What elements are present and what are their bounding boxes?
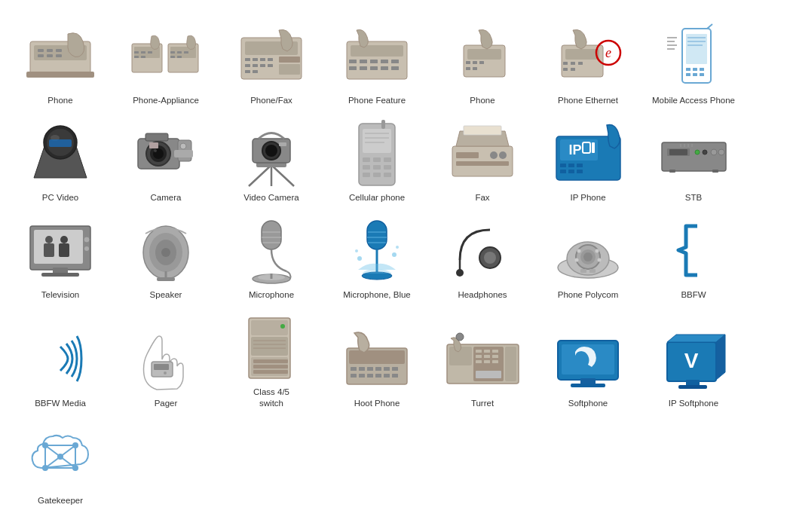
item-video-camera[interactable]: Video Camera xyxy=(219,112,324,209)
svg-rect-221 xyxy=(359,374,365,378)
item-phone2[interactable]: Phone xyxy=(430,15,535,112)
item-bbfw-media[interactable]: BBFW Media xyxy=(8,307,113,415)
label-camera: Camera xyxy=(151,192,182,203)
item-gatekeeper[interactable]: Gatekeeper xyxy=(8,415,113,512)
svg-rect-223 xyxy=(375,374,381,378)
svg-rect-234 xyxy=(492,355,498,358)
item-ip-phone[interactable]: IP IP Phone xyxy=(535,112,641,209)
svg-rect-18 xyxy=(170,51,175,54)
item-fax[interactable]: Fax xyxy=(430,112,535,209)
svg-rect-136 xyxy=(577,170,583,173)
svg-text:V: V xyxy=(684,349,699,372)
item-microphone[interactable]: Microphone xyxy=(219,209,324,307)
item-phone-fax[interactable]: Phone/Fax xyxy=(219,15,324,112)
svg-point-140 xyxy=(695,150,700,154)
svg-point-90 xyxy=(154,149,157,152)
svg-rect-210 xyxy=(253,370,288,374)
svg-rect-75 xyxy=(693,68,697,71)
icon-cellular-phone xyxy=(339,120,415,188)
svg-rect-42 xyxy=(381,60,388,63)
svg-rect-54 xyxy=(466,67,470,70)
svg-point-258 xyxy=(57,454,63,460)
svg-point-256 xyxy=(42,465,48,471)
item-phone-polycom[interactable]: Phone Polycom xyxy=(535,209,641,307)
label-pager: Pager xyxy=(155,398,178,409)
svg-point-254 xyxy=(42,442,48,448)
svg-rect-46 xyxy=(370,66,378,70)
icon-mobile-access-phone xyxy=(656,23,731,90)
item-phone-appliance[interactable]: Phone-Appliance xyxy=(113,15,219,112)
svg-point-255 xyxy=(72,442,78,448)
svg-rect-44 xyxy=(349,66,357,70)
label-phone-ethernet: Phone Ethernet xyxy=(558,95,618,106)
svg-point-180 xyxy=(392,252,397,257)
svg-rect-122 xyxy=(456,152,479,158)
item-phone-feature[interactable]: Phone Feature xyxy=(324,15,430,112)
item-phone-ethernet[interactable]: e Phone Ethernet xyxy=(535,15,641,112)
icon-camera xyxy=(128,120,204,188)
svg-rect-231 xyxy=(492,350,498,353)
svg-point-163 xyxy=(161,248,170,257)
svg-point-102 xyxy=(265,145,277,157)
svg-rect-220 xyxy=(351,374,357,378)
svg-point-152 xyxy=(45,236,53,243)
item-pager[interactable]: Pager xyxy=(113,307,219,415)
svg-rect-215 xyxy=(359,367,365,371)
svg-rect-94 xyxy=(149,142,158,148)
icon-pc-video xyxy=(23,120,98,188)
svg-rect-7 xyxy=(56,54,62,57)
item-mobile-access-phone[interactable]: Mobile Access Phone xyxy=(641,15,746,112)
svg-rect-55 xyxy=(473,67,477,70)
item-class-switch[interactable]: Class 4/5 switch xyxy=(219,307,324,415)
svg-rect-38 xyxy=(351,45,403,57)
svg-rect-155 xyxy=(59,243,69,257)
icon-microphone-blue xyxy=(339,217,415,285)
item-stb[interactable]: STB xyxy=(641,112,746,209)
svg-rect-47 xyxy=(381,66,388,70)
label-phone2: Phone xyxy=(470,95,495,106)
svg-rect-30 xyxy=(253,64,258,67)
svg-rect-209 xyxy=(253,365,288,368)
svg-rect-118 xyxy=(384,173,391,177)
svg-rect-26 xyxy=(253,58,258,61)
svg-rect-132 xyxy=(568,164,574,167)
item-camera[interactable]: Camera xyxy=(113,112,219,209)
svg-rect-208 xyxy=(253,359,288,363)
icon-phone-ethernet: e xyxy=(550,23,626,90)
item-headphones[interactable]: Headphones xyxy=(430,209,535,307)
svg-rect-244 xyxy=(571,384,605,387)
svg-rect-158 xyxy=(53,268,68,274)
svg-point-191 xyxy=(583,252,592,261)
item-softphone[interactable]: Softphone xyxy=(535,307,641,415)
svg-line-96 xyxy=(249,165,271,186)
svg-rect-3 xyxy=(47,49,53,52)
label-softphone: Softphone xyxy=(568,398,608,409)
svg-point-240 xyxy=(456,333,464,341)
item-pc-video[interactable]: PC Video xyxy=(8,112,113,209)
svg-rect-222 xyxy=(367,374,373,378)
svg-rect-21 xyxy=(170,56,175,58)
item-speaker[interactable]: Speaker xyxy=(113,209,219,307)
icon-bbfw-media xyxy=(23,326,98,393)
icon-microphone xyxy=(234,217,309,285)
item-turret[interactable]: Turret xyxy=(430,307,535,415)
item-bbfw[interactable]: BBFW xyxy=(641,209,746,307)
svg-rect-62 xyxy=(571,68,575,71)
item-cellular-phone[interactable]: Cellular phone xyxy=(324,112,430,209)
svg-rect-243 xyxy=(580,378,596,384)
label-microphone-blue: Microphone, Blue xyxy=(343,289,411,301)
label-gatekeeper: Gatekeeper xyxy=(38,495,83,506)
item-microphone-blue[interactable]: Microphone, Blue xyxy=(324,209,430,307)
item-phone[interactable]: Phone xyxy=(8,15,113,112)
svg-rect-197 xyxy=(589,269,596,273)
svg-rect-125 xyxy=(456,161,509,166)
item-hoot-phone[interactable]: Hoot Phone xyxy=(324,307,430,415)
svg-rect-79 xyxy=(700,73,704,76)
svg-line-80 xyxy=(707,24,712,29)
item-ip-softphone[interactable]: V IP Softphone xyxy=(641,307,746,415)
svg-rect-61 xyxy=(563,68,568,71)
icon-softphone xyxy=(550,326,626,393)
svg-rect-53 xyxy=(479,61,484,64)
item-television[interactable]: Television xyxy=(8,209,113,307)
svg-point-192 xyxy=(577,249,580,252)
